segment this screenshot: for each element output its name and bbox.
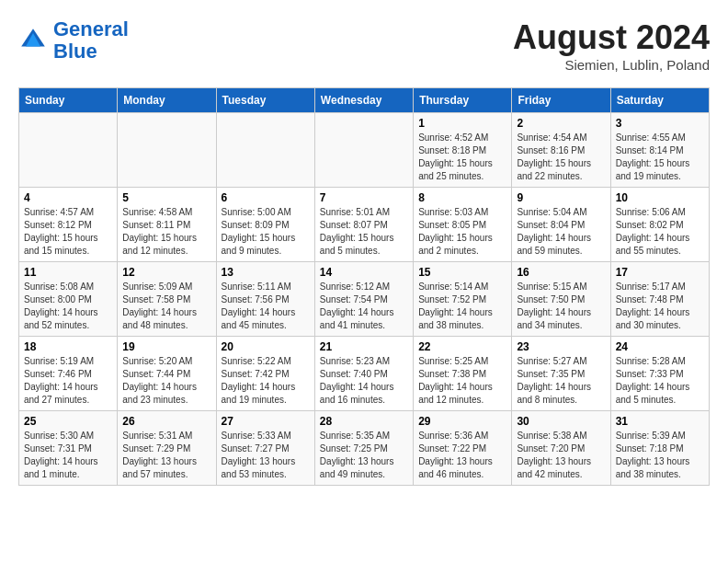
logo-text: General Blue (53, 18, 129, 63)
day-number: 2 (517, 117, 605, 130)
day-detail: Sunrise: 4:54 AMSunset: 8:16 PMDaylight:… (517, 132, 605, 183)
day-detail: Sunrise: 5:03 AMSunset: 8:05 PMDaylight:… (418, 206, 506, 258)
logo-icon (18, 26, 48, 55)
day-number: 27 (222, 415, 310, 428)
header-day-tuesday: Tuesday (216, 88, 314, 113)
day-number: 12 (122, 266, 210, 279)
calendar-cell: 4Sunrise: 4:57 AMSunset: 8:12 PMDaylight… (19, 188, 118, 262)
month-title: August 2024 (513, 18, 710, 57)
day-number: 31 (616, 415, 704, 428)
header-day-thursday: Thursday (414, 88, 512, 113)
calendar-cell: 14Sunrise: 5:12 AMSunset: 7:54 PMDayligh… (314, 262, 413, 337)
day-number: 17 (616, 266, 704, 279)
calendar-week-5: 25Sunrise: 5:30 AMSunset: 7:31 PMDayligh… (19, 411, 710, 486)
calendar-cell: 28Sunrise: 5:35 AMSunset: 7:25 PMDayligh… (314, 411, 413, 486)
day-detail: Sunrise: 4:55 AMSunset: 8:14 PMDaylight:… (616, 132, 704, 183)
day-number: 16 (517, 266, 605, 279)
day-detail: Sunrise: 5:36 AMSunset: 7:22 PMDaylight:… (418, 430, 506, 481)
header-day-friday: Friday (512, 88, 610, 113)
calendar-cell: 22Sunrise: 5:25 AMSunset: 7:38 PMDayligh… (414, 337, 512, 411)
calendar-cell: 11Sunrise: 5:08 AMSunset: 8:00 PMDayligh… (19, 262, 118, 337)
calendar-cell: 19Sunrise: 5:20 AMSunset: 7:44 PMDayligh… (118, 337, 216, 411)
calendar-cell: 21Sunrise: 5:23 AMSunset: 7:40 PMDayligh… (314, 337, 413, 411)
day-number: 24 (616, 340, 704, 353)
day-number: 21 (320, 340, 408, 353)
calendar-cell: 6Sunrise: 5:00 AMSunset: 8:09 PMDaylight… (216, 188, 314, 262)
location: Siemien, Lublin, Poland (513, 57, 710, 73)
day-detail: Sunrise: 5:38 AMSunset: 7:20 PMDaylight:… (517, 430, 605, 481)
day-detail: Sunrise: 5:04 AMSunset: 8:04 PMDaylight:… (517, 206, 605, 258)
day-detail: Sunrise: 4:58 AMSunset: 8:11 PMDaylight:… (122, 206, 210, 258)
calendar-cell: 7Sunrise: 5:01 AMSunset: 8:07 PMDaylight… (314, 188, 413, 262)
logo: General Blue (18, 18, 129, 63)
day-detail: Sunrise: 5:28 AMSunset: 7:33 PMDaylight:… (616, 355, 704, 407)
day-number: 23 (517, 340, 605, 353)
day-detail: Sunrise: 4:52 AMSunset: 8:18 PMDaylight:… (418, 132, 506, 183)
calendar-cell: 5Sunrise: 4:58 AMSunset: 8:11 PMDaylight… (118, 188, 216, 262)
day-number: 28 (320, 415, 408, 428)
day-number: 9 (517, 191, 605, 204)
day-number: 10 (616, 191, 704, 204)
title-block: August 2024 Siemien, Lublin, Poland (513, 18, 710, 73)
day-detail: Sunrise: 5:33 AMSunset: 7:27 PMDaylight:… (222, 430, 310, 481)
day-number: 8 (418, 191, 506, 204)
day-detail: Sunrise: 5:39 AMSunset: 7:18 PMDaylight:… (616, 430, 704, 481)
day-number: 15 (418, 266, 506, 279)
calendar-week-2: 4Sunrise: 4:57 AMSunset: 8:12 PMDaylight… (19, 188, 710, 262)
calendar-cell: 29Sunrise: 5:36 AMSunset: 7:22 PMDayligh… (414, 411, 512, 486)
calendar-cell: 23Sunrise: 5:27 AMSunset: 7:35 PMDayligh… (512, 337, 610, 411)
day-number: 13 (222, 266, 310, 279)
calendar-body: 1Sunrise: 4:52 AMSunset: 8:18 PMDaylight… (19, 113, 710, 486)
day-detail: Sunrise: 5:20 AMSunset: 7:44 PMDaylight:… (122, 355, 210, 407)
page-header: General Blue August 2024 Siemien, Lublin… (18, 18, 710, 73)
header-day-saturday: Saturday (610, 88, 709, 113)
day-detail: Sunrise: 5:00 AMSunset: 8:09 PMDaylight:… (222, 206, 310, 258)
day-number: 5 (122, 191, 210, 204)
calendar-cell: 27Sunrise: 5:33 AMSunset: 7:27 PMDayligh… (216, 411, 314, 486)
header-day-monday: Monday (118, 88, 216, 113)
calendar-header-row: SundayMondayTuesdayWednesdayThursdayFrid… (19, 88, 710, 113)
day-number: 20 (222, 340, 310, 353)
day-number: 25 (24, 415, 112, 428)
day-detail: Sunrise: 4:57 AMSunset: 8:12 PMDaylight:… (24, 206, 112, 258)
calendar-cell (314, 113, 413, 188)
calendar-cell: 2Sunrise: 4:54 AMSunset: 8:16 PMDaylight… (512, 113, 610, 188)
day-detail: Sunrise: 5:27 AMSunset: 7:35 PMDaylight:… (517, 355, 605, 407)
calendar-cell: 25Sunrise: 5:30 AMSunset: 7:31 PMDayligh… (19, 411, 118, 486)
day-detail: Sunrise: 5:06 AMSunset: 8:02 PMDaylight:… (616, 206, 704, 258)
day-detail: Sunrise: 5:15 AMSunset: 7:50 PMDaylight:… (517, 281, 605, 332)
day-number: 22 (418, 340, 506, 353)
day-detail: Sunrise: 5:19 AMSunset: 7:46 PMDaylight:… (24, 355, 112, 407)
day-detail: Sunrise: 5:30 AMSunset: 7:31 PMDaylight:… (24, 430, 112, 481)
day-detail: Sunrise: 5:22 AMSunset: 7:42 PMDaylight:… (222, 355, 310, 407)
header-day-sunday: Sunday (19, 88, 118, 113)
calendar-cell: 8Sunrise: 5:03 AMSunset: 8:05 PMDaylight… (414, 188, 512, 262)
calendar-cell: 1Sunrise: 4:52 AMSunset: 8:18 PMDaylight… (414, 113, 512, 188)
day-number: 29 (418, 415, 506, 428)
calendar-week-4: 18Sunrise: 5:19 AMSunset: 7:46 PMDayligh… (19, 337, 710, 411)
calendar-cell: 16Sunrise: 5:15 AMSunset: 7:50 PMDayligh… (512, 262, 610, 337)
day-number: 7 (320, 191, 408, 204)
day-detail: Sunrise: 5:11 AMSunset: 7:56 PMDaylight:… (222, 281, 310, 332)
day-detail: Sunrise: 5:08 AMSunset: 8:00 PMDaylight:… (24, 281, 112, 332)
day-detail: Sunrise: 5:31 AMSunset: 7:29 PMDaylight:… (122, 430, 210, 481)
day-number: 18 (24, 340, 112, 353)
day-number: 3 (616, 117, 704, 130)
logo-line2: Blue (53, 40, 97, 63)
calendar-cell: 30Sunrise: 5:38 AMSunset: 7:20 PMDayligh… (512, 411, 610, 486)
day-number: 19 (122, 340, 210, 353)
day-number: 6 (222, 191, 310, 204)
day-number: 30 (517, 415, 605, 428)
calendar-cell (216, 113, 314, 188)
calendar-cell: 18Sunrise: 5:19 AMSunset: 7:46 PMDayligh… (19, 337, 118, 411)
day-number: 11 (24, 266, 112, 279)
calendar-cell: 10Sunrise: 5:06 AMSunset: 8:02 PMDayligh… (610, 188, 709, 262)
calendar-table: SundayMondayTuesdayWednesdayThursdayFrid… (18, 87, 710, 486)
calendar-cell: 26Sunrise: 5:31 AMSunset: 7:29 PMDayligh… (118, 411, 216, 486)
calendar-cell: 9Sunrise: 5:04 AMSunset: 8:04 PMDaylight… (512, 188, 610, 262)
day-number: 26 (122, 415, 210, 428)
calendar-cell (118, 113, 216, 188)
day-detail: Sunrise: 5:12 AMSunset: 7:54 PMDaylight:… (320, 281, 408, 332)
calendar-week-1: 1Sunrise: 4:52 AMSunset: 8:18 PMDaylight… (19, 113, 710, 188)
calendar-cell: 13Sunrise: 5:11 AMSunset: 7:56 PMDayligh… (216, 262, 314, 337)
